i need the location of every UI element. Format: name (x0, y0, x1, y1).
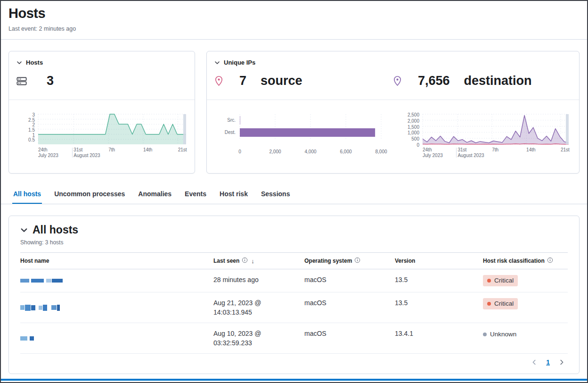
sort-desc-arrow-icon: ↓ (251, 258, 254, 265)
axis-tick-label: 14th (526, 147, 535, 153)
risk-badge: Unknown (483, 329, 521, 340)
risk-badge: Critical (483, 275, 518, 286)
axis-tick-label: Src. (227, 117, 236, 123)
tab-host-risk[interactable]: Host risk (219, 188, 249, 204)
info-icon[interactable] (354, 257, 360, 265)
col-last-seen[interactable]: Last seen ↓ (213, 253, 304, 269)
ips-bar-chart-x-axis: 02,0004,0006,0008,000 (240, 149, 381, 161)
hosts-chart-y-axis: 32.521.510.5 (23, 114, 38, 144)
redaction-block (46, 279, 51, 283)
col-operating-system: Operating system (304, 253, 395, 269)
axis-tick-label: 0.5 (28, 137, 35, 142)
chevron-down-icon[interactable] (214, 60, 220, 66)
axis-tick-label: 31stAugust 2023 (457, 147, 484, 158)
hosts-area-chart (38, 114, 186, 144)
source-label: source (261, 74, 302, 88)
col-version: Version (395, 253, 483, 269)
tab-sessions[interactable]: Sessions (260, 188, 291, 204)
unique-ips-charts: Src.Dest. 02,0004,0006,0008,000 2,5002,0… (214, 114, 572, 161)
redaction-block (39, 306, 42, 310)
redaction-block (20, 336, 27, 341)
redaction-block (35, 308, 39, 308)
last-seen-cell: Aug 10, 2023 @ 03:32:59.233 (213, 323, 304, 353)
redaction-block (43, 305, 47, 311)
page-number[interactable]: 1 (546, 358, 550, 366)
axis-tick-label: 21st (561, 147, 570, 153)
redaction-block (25, 305, 31, 311)
axis-tick-label: 21st (178, 147, 187, 153)
card-divider (9, 100, 195, 100)
map-pin-icon (393, 75, 402, 86)
table-row: 28 minutes ago macOS 13.5 Critical (20, 269, 568, 292)
table-row: Aug 10, 2023 @ 03:32:59.233 macOS 13.4.1… (20, 323, 568, 354)
axis-tick-label: 4,000 (304, 149, 316, 155)
hosts-count-value: 3 (47, 74, 54, 88)
card-divider (207, 100, 579, 100)
chevron-right-icon[interactable] (558, 359, 565, 366)
unique-ips-card-title: Unique IPs (224, 59, 255, 66)
redaction-block (52, 279, 63, 283)
axis-tick-label: 1,000 (408, 130, 419, 135)
panel-title: All hosts (33, 224, 78, 236)
unique-ips-area-chart (423, 114, 569, 144)
ips-bar-chart-categories: Src.Dest. (219, 114, 240, 161)
info-icon[interactable] (242, 257, 248, 265)
table-row: Aug 21, 2023 @ 14:03:13.945 macOS 13.5 C… (20, 292, 568, 323)
tab-events[interactable]: Events (184, 188, 207, 204)
version-cell: 13.4.1 (395, 323, 483, 353)
axis-tick-label: 2.5 (28, 117, 35, 123)
version-cell: 13.5 (395, 292, 483, 323)
version-cell: 13.5 (395, 269, 483, 292)
storage-icon (16, 76, 27, 86)
axis-tick-label: 6,000 (340, 149, 351, 155)
bottom-accent-bar (1, 379, 587, 381)
tab-uncommon-processes[interactable]: Uncommon processes (53, 188, 126, 204)
redaction-block (51, 305, 57, 310)
axis-tick-label: 24thJuly 2023 (423, 147, 443, 158)
source-ip-count: 7 (239, 74, 246, 88)
axis-tick-label: 1.5 (28, 127, 35, 133)
last-seen-cell: Aug 21, 2023 @ 14:03:13.945 (213, 292, 304, 323)
hosts-card-title: Hosts (26, 59, 43, 66)
showing-count: Showing: 3 hosts (20, 239, 568, 246)
table-header-row: Host name Last seen ↓ Operating system V… (20, 252, 568, 269)
redaction-block (30, 336, 34, 341)
axis-tick-label: 1,500 (408, 125, 419, 130)
axis-tick-label: 7th (492, 147, 498, 153)
risk-dot-icon (487, 302, 491, 306)
axis-tick-label: 24thJuly 2023 (38, 147, 58, 158)
pagination: 1 (20, 354, 568, 369)
ips-area-chart-x-axis: 24thJuly 202331stAugust 20237th14th21st (423, 147, 569, 159)
all-hosts-panel: All hosts Showing: 3 hosts Host name Las… (8, 216, 580, 374)
ips-area-chart-y-axis: 2,5002,0001,5001,0005000 (408, 114, 423, 144)
chevron-down-icon[interactable] (16, 60, 22, 66)
redacted-host-name-link[interactable] (20, 336, 34, 341)
axis-tick-label: Dest. (225, 130, 236, 135)
redaction-block (20, 279, 29, 283)
tab-all-hosts[interactable]: All hosts (12, 188, 42, 204)
axis-tick-label: 8,000 (375, 149, 387, 155)
map-pin-icon (214, 75, 223, 86)
redacted-host-name-link[interactable] (20, 279, 63, 283)
axis-tick-label: 2,000 (408, 118, 419, 124)
axis-tick-label: 0 (416, 142, 419, 148)
hosts-chart-block: 32.521.510.5 24thJuly 202331stAugust 202… (16, 114, 187, 159)
redacted-host-name-link[interactable] (20, 305, 60, 311)
info-icon[interactable] (547, 257, 553, 265)
risk-badge: Critical (483, 298, 518, 309)
redaction-block (31, 279, 44, 283)
tab-anomalies[interactable]: Anomalies (137, 188, 172, 204)
axis-tick-label: 1 (32, 133, 35, 138)
kpi-cards-row: Hosts 3 32.521.510.5 24thJuly 202331stAu… (1, 40, 587, 174)
last-event-text: Last event: 2 minutes ago (8, 25, 580, 32)
redaction-block (31, 305, 35, 310)
axis-tick-label: 2,500 (408, 112, 419, 117)
destination-label: destination (464, 74, 532, 88)
os-cell: macOS (304, 292, 395, 323)
redaction-block (47, 308, 51, 308)
chevron-down-icon[interactable] (20, 226, 28, 234)
axis-tick-label: 3 (32, 112, 35, 117)
risk-dot-icon (487, 279, 491, 283)
redaction-block (20, 305, 24, 310)
chevron-left-icon[interactable] (531, 359, 538, 366)
